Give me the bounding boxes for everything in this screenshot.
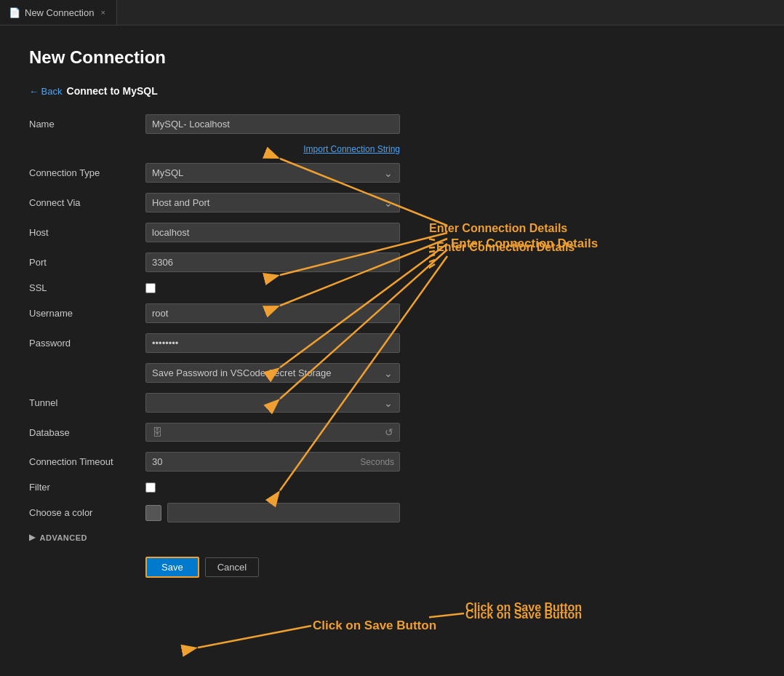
port-control bbox=[145, 252, 400, 272]
port-input[interactable] bbox=[145, 252, 400, 272]
database-row: Database 🗄 ↺ bbox=[29, 423, 400, 442]
page-title: New Connection bbox=[29, 47, 400, 68]
filter-checkbox[interactable] bbox=[145, 482, 156, 493]
tab-label: New Connection bbox=[25, 7, 94, 18]
timeout-input[interactable] bbox=[145, 452, 400, 472]
connect-via-select[interactable]: Host and Port bbox=[145, 193, 400, 212]
arrow-to-port bbox=[429, 251, 435, 304]
enter-details-text: Enter Connection Details bbox=[429, 222, 567, 235]
tunnel-select-wrapper bbox=[145, 393, 400, 413]
arrows-svg bbox=[429, 25, 784, 676]
timeout-control: Seconds bbox=[145, 452, 400, 472]
filter-control bbox=[145, 482, 400, 493]
name-input[interactable] bbox=[145, 114, 400, 134]
click-save-text: Click on Save Button bbox=[465, 608, 582, 621]
port-label: Port bbox=[29, 257, 145, 268]
timeout-row: Connection Timeout Seconds bbox=[29, 452, 400, 472]
tunnel-row: Tunnel bbox=[29, 393, 400, 413]
database-field[interactable]: 🗄 ↺ bbox=[145, 423, 400, 442]
password-storage-select[interactable]: Save Password in VSCode Secret Storage bbox=[145, 363, 400, 383]
connection-type-label: Connection Type bbox=[29, 167, 145, 178]
tunnel-select[interactable] bbox=[145, 393, 400, 413]
password-storage-select-wrapper: Save Password in VSCode Secret Storage bbox=[145, 363, 400, 383]
host-input[interactable] bbox=[145, 223, 400, 242]
host-label: Host bbox=[29, 227, 145, 238]
password-input[interactable] bbox=[145, 333, 400, 353]
connect-via-row: Connect Via Host and Port bbox=[29, 193, 400, 212]
host-row: Host bbox=[29, 223, 400, 242]
ssl-checkbox[interactable] bbox=[145, 283, 156, 293]
enter-details-annotation: Enter Connection Details bbox=[436, 241, 575, 253]
filter-label: Filter bbox=[29, 482, 145, 493]
import-connection-link[interactable]: Import Connection String bbox=[145, 144, 400, 154]
name-control bbox=[145, 114, 400, 134]
tunnel-label: Tunnel bbox=[29, 397, 145, 408]
advanced-chevron: ▶ bbox=[29, 533, 36, 542]
password-row: Password bbox=[29, 333, 400, 353]
color-row: Choose a color bbox=[29, 503, 400, 522]
username-label: Username bbox=[29, 308, 145, 319]
breadcrumb-title: Connect to MySQL bbox=[67, 85, 158, 97]
database-label: Database bbox=[29, 427, 145, 438]
annotation-area: Enter Connection Details Click on Save B… bbox=[429, 25, 784, 676]
arrow-to-save bbox=[429, 613, 464, 644]
connect-via-label: Connect Via bbox=[29, 197, 145, 208]
tab-close-button[interactable]: × bbox=[98, 7, 107, 18]
ssl-row: SSL bbox=[29, 282, 400, 293]
connection-type-select-wrapper: MySQL bbox=[145, 163, 400, 183]
connection-type-row: Connection Type MySQL bbox=[29, 163, 400, 183]
save-button[interactable]: Save bbox=[145, 557, 199, 578]
connection-type-select[interactable]: MySQL bbox=[145, 163, 400, 183]
ssl-label: SSL bbox=[29, 282, 145, 293]
arrow-to-password bbox=[429, 260, 435, 397]
cancel-button[interactable]: Cancel bbox=[205, 557, 259, 577]
advanced-label: ADVANCED bbox=[40, 533, 88, 542]
back-link[interactable]: ← Back bbox=[29, 86, 63, 97]
filter-row: Filter bbox=[29, 482, 400, 493]
ssl-control bbox=[145, 283, 400, 293]
arrow-to-database bbox=[429, 264, 435, 488]
password-label: Password bbox=[29, 338, 145, 349]
color-swatch[interactable] bbox=[145, 505, 161, 521]
tab-bar: 📄 New Connection × bbox=[0, 0, 784, 25]
main-content: New Connection ← Back Connect to MySQL N… bbox=[0, 25, 784, 676]
new-connection-tab[interactable]: 📄 New Connection × bbox=[0, 0, 117, 25]
username-control bbox=[145, 303, 400, 323]
button-row: Save Cancel bbox=[29, 557, 400, 578]
advanced-toggle[interactable]: ▶ ADVANCED bbox=[29, 533, 400, 542]
port-row: Port bbox=[29, 252, 400, 272]
refresh-icon[interactable]: ↺ bbox=[385, 426, 393, 438]
color-control bbox=[145, 503, 400, 522]
username-row: Username bbox=[29, 303, 400, 323]
tab-icon: 📄 bbox=[9, 7, 20, 18]
color-label: Choose a color bbox=[29, 507, 145, 518]
connect-via-select-wrapper: Host and Port bbox=[145, 193, 400, 212]
password-control bbox=[145, 333, 400, 353]
annotation-svg: Enter Connection Details Click on Save B… bbox=[429, 25, 784, 676]
username-input[interactable] bbox=[145, 303, 400, 323]
name-row: Name bbox=[29, 114, 400, 134]
import-link-row: Import Connection String bbox=[29, 144, 400, 154]
name-label: Name bbox=[29, 119, 145, 130]
advanced-section: ▶ ADVANCED bbox=[29, 533, 400, 542]
host-control bbox=[145, 223, 400, 242]
breadcrumb: ← Back Connect to MySQL bbox=[29, 85, 400, 97]
database-icon: 🗄 bbox=[152, 426, 385, 438]
timeout-label: Connection Timeout bbox=[29, 456, 145, 467]
form-panel: New Connection ← Back Connect to MySQL N… bbox=[0, 25, 429, 676]
password-storage-row: Save Password in VSCode Secret Storage bbox=[29, 363, 400, 383]
arrow-to-host bbox=[429, 247, 435, 274]
arrow-to-username bbox=[429, 255, 435, 367]
color-text-input[interactable] bbox=[167, 503, 400, 522]
